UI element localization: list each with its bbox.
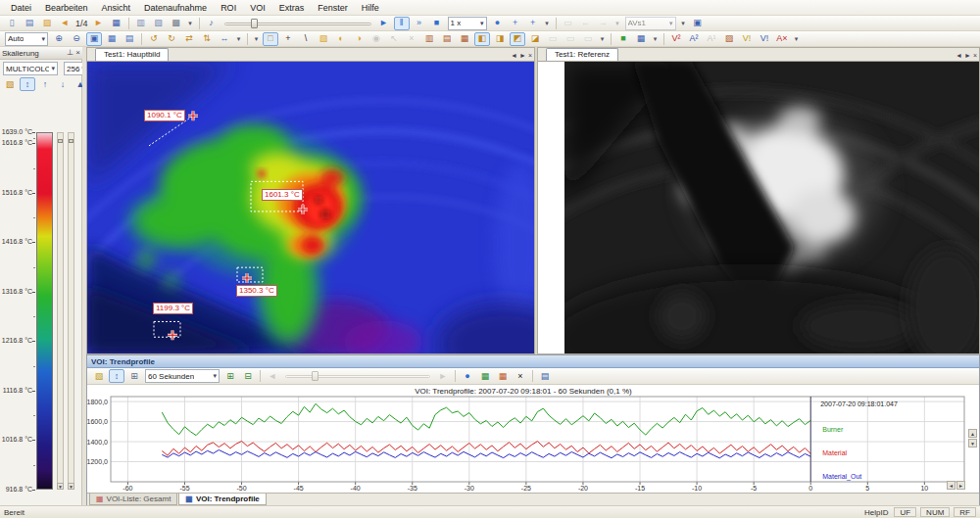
roi-tag-button[interactable]: ◪	[527, 32, 543, 46]
roi-move-button[interactable]: ↖	[386, 32, 402, 46]
roi-lock-button[interactable]: ◧	[474, 32, 490, 46]
temperature-label[interactable]: 1199.3 °C	[153, 303, 193, 314]
roi-paste-button[interactable]: ▤	[439, 32, 455, 46]
voi-trend-button[interactable]: V!	[739, 32, 755, 46]
fast-forward-button[interactable]: »	[412, 17, 427, 30]
zoom-fit-button[interactable]: ▣	[86, 32, 102, 46]
menu-voi[interactable]: VOI	[243, 2, 272, 14]
image-window-button[interactable]: ▦	[104, 32, 120, 46]
voi-tab-voi-liste-gesamt[interactable]: ▦VOI-Liste: Gesamt	[89, 494, 177, 505]
voi-new-button[interactable]: ■	[615, 32, 631, 46]
menu-hilfe[interactable]: Hilfe	[355, 2, 386, 14]
scroll-right-icon[interactable]: ►	[956, 481, 965, 490]
roi-delete-button[interactable]: ×	[404, 32, 419, 46]
palette-button[interactable]: ▧	[2, 77, 18, 91]
upper-limit-track[interactable]	[57, 132, 64, 490]
roi-label-button[interactable]: ◩	[510, 32, 525, 46]
interval-select[interactable]: 60 Sekunden▾	[145, 369, 220, 383]
lower-limit-down-button[interactable]: ▼	[68, 483, 74, 490]
zoom-select[interactable]: Auto▾	[5, 32, 48, 46]
roi-freehand-button[interactable]: ◑	[351, 32, 367, 46]
record-button[interactable]: ●	[490, 17, 506, 30]
export-excel-button[interactable]: ▦	[477, 369, 493, 383]
print-button[interactable]: ▩	[169, 17, 184, 30]
save-button[interactable]: ▦	[109, 17, 124, 30]
prev-frame-button[interactable]: ◄	[57, 17, 73, 30]
upper-limit-handle[interactable]	[58, 139, 63, 143]
menu-datei[interactable]: Datei	[4, 2, 38, 14]
roi-copy-button[interactable]: ▥	[421, 32, 437, 46]
roi-overflow-button[interactable]: ▾	[598, 32, 607, 46]
chart-horizontal-scrollbar[interactable]: ◄ ►	[947, 481, 965, 490]
roi-line-button[interactable]: \	[298, 32, 314, 46]
rotate-left-button[interactable]: ↺	[146, 32, 162, 46]
events-overflow-button[interactable]: ▾	[613, 17, 622, 30]
play-overflow-button[interactable]: ▾	[543, 17, 552, 30]
temperature-label[interactable]: 1090.1 °C	[144, 110, 185, 121]
menu-fenster[interactable]: Fenster	[311, 2, 355, 14]
audio-button[interactable]: ♪	[204, 17, 220, 30]
tab-scroll-left-icon[interactable]: ◄	[956, 52, 962, 59]
menu-extras[interactable]: Extras	[272, 2, 312, 14]
tools-overflow-button[interactable]: ▾	[252, 32, 261, 46]
roi-ellipse-button[interactable]: ◐	[333, 32, 349, 46]
voi-remove-button[interactable]: A×	[774, 32, 790, 46]
close-icon[interactable]: ×	[75, 49, 80, 57]
menu-datenaufnahme[interactable]: Datenaufnahme	[137, 2, 214, 14]
open-folder-button[interactable]: ▨	[39, 17, 55, 30]
prev-event-button[interactable]: ←	[578, 17, 594, 30]
pause-button[interactable]: ‖	[394, 17, 410, 30]
tab-scroll-right-icon[interactable]: ►	[519, 52, 526, 59]
tab-scroll-right-icon[interactable]: ►	[964, 52, 971, 59]
next-event-button[interactable]: →	[596, 17, 612, 30]
tab-close-icon[interactable]: ×	[973, 52, 977, 59]
tab-close-icon[interactable]: ×	[528, 52, 532, 59]
scale-up-button[interactable]: ↑	[37, 77, 53, 91]
play-button[interactable]: ►	[376, 17, 392, 30]
tab-scroll-left-icon[interactable]: ◄	[511, 52, 517, 59]
reference-image[interactable]	[564, 62, 979, 353]
voi-tab-voi-trendprofile[interactable]: ▦VOI: Trendprofile	[178, 494, 266, 505]
chart-magnifier-button[interactable]: ⊞	[126, 369, 142, 383]
pan-overflow-button[interactable]: ▾	[234, 32, 243, 46]
window-layout-button[interactable]: ▣	[690, 17, 706, 30]
copy-image-button[interactable]: ▥	[133, 17, 149, 30]
palette-select[interactable]: MULTICOLOR▾	[3, 62, 58, 75]
flip-vertical-button[interactable]: ⇅	[199, 32, 215, 46]
chart-zoom-out-button[interactable]: ⊟	[240, 369, 256, 383]
avs-overflow-button[interactable]: ▾	[679, 17, 688, 30]
roi-polygon-button[interactable]: ▧	[316, 32, 331, 46]
stop-button[interactable]: ■	[429, 17, 445, 30]
speed-select[interactable]: 1 x▾	[448, 17, 487, 30]
file-overflow-button[interactable]: ▾	[186, 17, 195, 30]
voi-profile-button[interactable]: V!	[757, 32, 772, 46]
roi-link-button[interactable]: ◨	[492, 32, 508, 46]
scroll-left-icon[interactable]: ◄	[947, 481, 956, 490]
roi-rectangle-button[interactable]: □	[263, 32, 278, 46]
roi-list-button[interactable]: ▦	[457, 32, 472, 46]
pan-button[interactable]: ↔	[217, 32, 232, 46]
position-slider[interactable]	[224, 18, 371, 29]
menu-ansicht[interactable]: Ansicht	[95, 2, 138, 14]
tab-referenz[interactable]: Test1: Referenz	[546, 48, 618, 61]
flip-horizontal-button[interactable]: ⇄	[181, 32, 197, 46]
next-frame-button[interactable]: ►	[91, 17, 107, 30]
auto-zoom-button[interactable]: ↕	[109, 369, 124, 383]
lower-limit-track[interactable]	[68, 132, 74, 490]
voi-layers-button[interactable]: ▧	[91, 369, 107, 383]
tab-hauptbild[interactable]: Test1: Hauptbild	[95, 48, 169, 61]
rotate-right-button[interactable]: ↻	[164, 32, 179, 46]
marker-down-button[interactable]: +	[525, 17, 541, 30]
scroll-right-button[interactable]: ►	[435, 369, 451, 383]
voi-area-off-button[interactable]: A¹	[704, 32, 719, 46]
menu-bearbeiten[interactable]: Bearbeiten	[38, 2, 95, 14]
voi-grid-button[interactable]: ▦	[633, 32, 649, 46]
voi-more-overflow-button[interactable]: ▾	[792, 32, 801, 46]
temperature-label[interactable]: 1350.3 °C	[236, 285, 277, 297]
lower-limit-handle[interactable]	[69, 139, 74, 143]
voi-overflow-button[interactable]: ▾	[651, 32, 660, 46]
temperature-label[interactable]: 1601.3 °C	[262, 189, 303, 201]
auto-scale-button[interactable]: ↕	[20, 77, 35, 91]
profile-window-button[interactable]: ▤	[122, 32, 137, 46]
avs-select[interactable]: AVs1▾	[625, 17, 676, 30]
